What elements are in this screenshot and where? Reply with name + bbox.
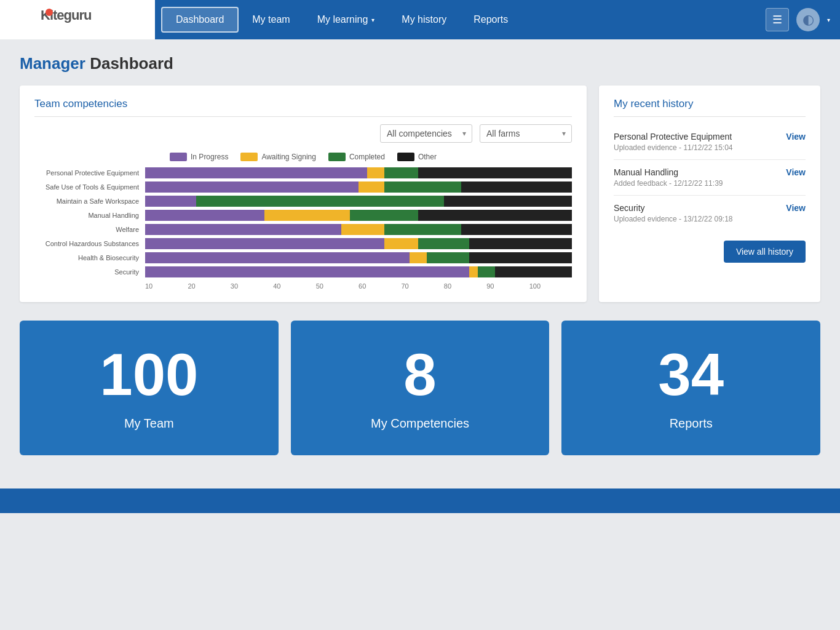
x-tick: 80 <box>444 282 486 290</box>
nav-my-learning[interactable]: My learning ▾ <box>304 0 389 39</box>
chart-row: Welfare <box>34 224 572 235</box>
history-items-list: Personal Protective EquipmentViewUploade… <box>614 124 806 231</box>
bar-segments <box>145 224 572 235</box>
stat-card: 8My Competencies <box>291 321 550 455</box>
nav-my-team[interactable]: My team <box>239 0 303 39</box>
chart-row-label: Personal Protective Equipment <box>34 169 145 177</box>
competencies-filter-wrapper: All competencies <box>380 124 472 143</box>
bar-segments <box>145 266 572 277</box>
chart-row: Safe Use of Tools & Equipment <box>34 181 572 193</box>
farms-filter[interactable]: All farms <box>480 124 572 143</box>
legend-black-box <box>397 153 414 161</box>
x-tick: 40 <box>273 282 315 290</box>
chart-row: Control Hazardous Substances <box>34 238 572 249</box>
bar-segment <box>478 196 572 207</box>
nav-right: ☰ ◐ ▾ <box>766 8 830 31</box>
bar-segment <box>418 167 572 178</box>
bar-segment <box>469 266 478 277</box>
list-icon: ☰ <box>772 13 782 26</box>
bar-segment <box>495 266 572 277</box>
nav-my-learning-label: My learning <box>317 14 368 25</box>
page-title: Manager Dashboard <box>20 54 820 73</box>
bar-segment <box>418 238 469 249</box>
bar-segment <box>427 252 469 263</box>
history-item-sub: Uploaded evidence - 13/12/22 09:18 <box>614 215 806 223</box>
legend-completed-label: Completed <box>349 153 385 161</box>
stats-row: 100My Team8My Competencies34Reports <box>20 321 820 455</box>
view-all-history-button[interactable]: View all history <box>724 241 806 263</box>
bar-segments <box>145 210 572 221</box>
stat-card: 34Reports <box>561 321 820 455</box>
bar-segment <box>367 167 384 178</box>
chart-legend: In Progress Awaiting Signing Completed O… <box>34 153 572 161</box>
avatar[interactable]: ◐ <box>796 8 820 31</box>
chart-row-label: Safe Use of Tools & Equipment <box>34 183 145 191</box>
x-tick: 70 <box>401 282 443 290</box>
stat-card: 100My Team <box>20 321 279 455</box>
legend-other-label: Other <box>418 153 437 161</box>
history-item: Personal Protective EquipmentViewUploade… <box>614 124 806 160</box>
bar-segment <box>410 252 427 263</box>
legend-completed: Completed <box>328 153 385 161</box>
history-item-name: Manual Handling <box>614 167 678 177</box>
stat-number: 100 <box>100 345 198 404</box>
x-tick: 10 <box>145 282 188 290</box>
nav-dashboard[interactable]: Dashboard <box>161 7 239 33</box>
bar-segment <box>145 196 196 207</box>
chart-row: Security <box>34 266 572 277</box>
stat-label: Reports <box>670 417 713 431</box>
legend-purple-box <box>170 153 187 161</box>
x-tick: 20 <box>188 282 230 290</box>
bar-segment <box>384 167 419 178</box>
chevron-down-icon[interactable]: ▾ <box>827 17 830 23</box>
legend-other: Other <box>397 153 437 161</box>
bar-segment <box>444 196 478 207</box>
history-view-link[interactable]: View <box>786 203 806 213</box>
legend-gold-box <box>240 153 258 161</box>
recent-history-title: My recent history <box>614 98 806 117</box>
history-view-link[interactable]: View <box>786 132 806 142</box>
chart-row: Maintain a Safe Workspace <box>34 196 572 207</box>
chart-row-label: Health & Biosecurity <box>34 254 145 261</box>
bar-segment <box>384 238 419 249</box>
history-item: SecurityViewUploaded evidence - 13/12/22… <box>614 196 806 231</box>
chart-row-label: Welfare <box>34 226 145 233</box>
nav-reports[interactable]: Reports <box>460 0 521 39</box>
team-competencies-title: Team competencies <box>34 98 572 117</box>
recent-history-card: My recent history Personal Protective Eq… <box>599 86 820 302</box>
bar-chart: Personal Protective EquipmentSafe Use of… <box>34 167 572 277</box>
page-title-bold: Manager <box>20 54 85 73</box>
bar-segment <box>461 224 572 235</box>
logo-container: Kiteguru <box>0 0 155 39</box>
bar-segment <box>359 181 384 193</box>
bar-segment <box>418 210 572 221</box>
bar-segments <box>145 181 572 193</box>
history-view-link[interactable]: View <box>786 167 806 177</box>
menu-icon-button[interactable]: ☰ <box>766 8 789 31</box>
bar-segment <box>145 210 264 221</box>
bar-segment <box>145 167 367 178</box>
logo-dot <box>46 9 53 16</box>
history-item-top: Personal Protective EquipmentView <box>614 132 806 142</box>
nav-my-history[interactable]: My history <box>388 0 460 39</box>
bar-segment <box>145 266 469 277</box>
chart-row-label: Maintain a Safe Workspace <box>34 197 145 205</box>
legend-in-progress: In Progress <box>170 153 228 161</box>
competencies-filter[interactable]: All competencies <box>380 124 472 143</box>
bar-segment <box>341 224 384 235</box>
brand-logo: Kiteguru <box>41 7 114 32</box>
bar-segment <box>196 196 264 207</box>
bar-segment <box>145 224 341 235</box>
bar-segment <box>461 181 572 193</box>
x-tick: 60 <box>359 282 401 290</box>
page-title-rest: Dashboard <box>85 54 173 73</box>
team-competencies-card: Team competencies All competencies All f… <box>20 86 587 302</box>
history-item-sub: Added feedback - 12/12/22 11:39 <box>614 179 806 188</box>
chart-row: Personal Protective Equipment <box>34 167 572 178</box>
bar-segment <box>469 238 572 249</box>
bar-segments <box>145 167 572 178</box>
bar-segment <box>264 210 350 221</box>
history-item-sub: Uploaded evidence - 11/12/22 15:04 <box>614 143 806 152</box>
bar-segment <box>264 196 443 207</box>
bar-segment <box>145 238 384 249</box>
